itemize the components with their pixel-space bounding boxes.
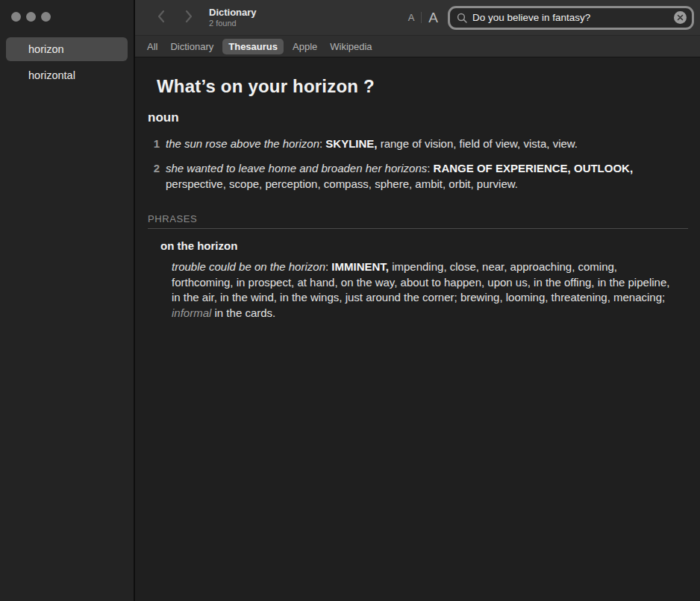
result-item-horizon[interactable]: horizon bbox=[6, 37, 128, 61]
result-item-label: horizon bbox=[28, 43, 64, 55]
toolbar-title: Dictionary bbox=[209, 7, 257, 17]
tab-all[interactable]: All bbox=[147, 41, 157, 52]
clear-search-button[interactable] bbox=[674, 11, 687, 24]
sidebar: horizon horizontal bbox=[0, 0, 135, 601]
result-item-horizontal[interactable]: horizontal bbox=[6, 63, 128, 87]
sense-text: she wanted to leave home and broaden her… bbox=[166, 160, 670, 192]
sense-1: 1 the sun rose above the horizon: SKYLIN… bbox=[148, 136, 688, 151]
chevron-right-icon bbox=[185, 10, 193, 26]
search-field[interactable] bbox=[448, 6, 694, 30]
tab-dictionary[interactable]: Dictionary bbox=[170, 41, 213, 52]
sense-text: the sun rose above the horizon: SKYLINE,… bbox=[166, 136, 578, 151]
toolbar-title-block: Dictionary 2 found bbox=[209, 7, 257, 28]
toolbar: Dictionary 2 found A A bbox=[135, 0, 700, 35]
increase-font-button[interactable]: A bbox=[428, 10, 438, 26]
chevron-left-icon bbox=[157, 10, 165, 26]
sense-number: 1 bbox=[148, 136, 166, 151]
results-count: 2 found bbox=[209, 19, 257, 28]
tab-wikipedia[interactable]: Wikipedia bbox=[330, 41, 372, 52]
dictionary-window: horizon horizontal bbox=[0, 0, 700, 601]
back-button[interactable] bbox=[156, 10, 165, 25]
forward-button[interactable] bbox=[184, 10, 193, 25]
phrase-text: trouble could be on the horizon: IMMINEN… bbox=[172, 259, 676, 321]
divider bbox=[421, 12, 422, 23]
decrease-font-button[interactable]: A bbox=[408, 12, 415, 23]
zoom-button[interactable] bbox=[41, 12, 51, 22]
tab-apple[interactable]: Apple bbox=[293, 41, 317, 52]
sense-number: 2 bbox=[148, 160, 166, 192]
phrase-term: on the horizon bbox=[160, 239, 688, 254]
font-size-controls: A A bbox=[408, 10, 438, 26]
entry-title: What’s on your horizon ? bbox=[157, 75, 688, 98]
tab-thesaurus[interactable]: Thesaurus bbox=[222, 39, 284, 54]
result-item-label: horizontal bbox=[28, 69, 75, 81]
navigation-arrows bbox=[156, 10, 193, 25]
search-results-list: horizon horizontal bbox=[0, 37, 134, 87]
minimize-button[interactable] bbox=[26, 12, 36, 22]
magnifier-icon bbox=[457, 13, 467, 23]
part-of-speech: noun bbox=[148, 110, 688, 126]
sense-2: 2 she wanted to leave home and broaden h… bbox=[148, 160, 688, 192]
search-input[interactable] bbox=[472, 12, 669, 23]
source-tab-bar: All Dictionary Thesaurus Apple Wikipedia bbox=[135, 35, 700, 57]
divider bbox=[148, 228, 688, 229]
traffic-lights bbox=[0, 0, 134, 22]
definition-pane: What’s on your horizon ? noun 1 the sun … bbox=[135, 57, 700, 601]
close-button[interactable] bbox=[11, 12, 21, 22]
main-area: Dictionary 2 found A A All Dic bbox=[135, 0, 700, 601]
phrases-heading: PHRASES bbox=[148, 213, 688, 224]
